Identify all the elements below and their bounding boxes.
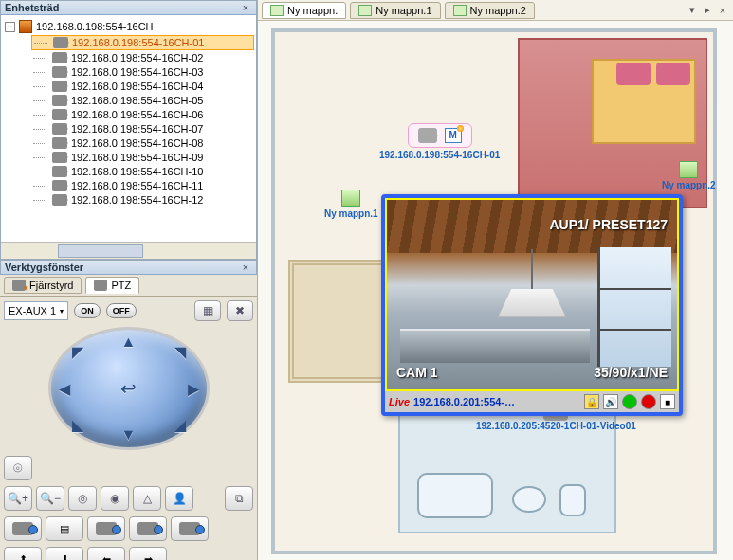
- camera-icon: [52, 66, 67, 78]
- map-link-node-2[interactable]: Ny mappn.2: [662, 161, 716, 190]
- video-lamp-shade: [498, 289, 566, 317]
- live-video-frame: AUP1/ PRESET127 CAM 1 35/90/x1/NE: [387, 200, 677, 389]
- preset-list-button[interactable]: ▤: [46, 516, 83, 541]
- camera-icon: [52, 52, 67, 63]
- nav-left-button[interactable]: ⬅: [87, 547, 125, 560]
- settings-cancel-button[interactable]: ✖: [227, 300, 253, 321]
- window-layout-button[interactable]: ▦: [194, 300, 221, 321]
- tree-item[interactable]: 192.168.0.198:554-16CH-03: [31, 65, 254, 79]
- tree-item[interactable]: 192.168.0.198:554-16CH-06: [31, 108, 254, 121]
- ptz-downleft-arrow-icon[interactable]: ◣: [72, 416, 83, 434]
- device-tree-close-icon[interactable]: ×: [239, 1, 252, 14]
- tree-item[interactable]: 192.168.0.198:554-16CH-04: [31, 80, 254, 93]
- live-preview-popup[interactable]: AUP1/ PRESET127 CAM 1 35/90/x1/NE Live 1…: [381, 194, 683, 416]
- ptz-joystick-dial[interactable]: ▲ ▼ ◀ ▶ ◤ ◥ ◣ ◢ ↩: [48, 327, 210, 450]
- iris-button[interactable]: △: [133, 486, 161, 511]
- tree-item-label: 192.168.0.198:554-16CH-04: [71, 81, 203, 92]
- tree-connector-icon: [33, 129, 46, 130]
- aux-on-button[interactable]: ON: [74, 303, 101, 318]
- tree-connector-icon: [33, 157, 46, 158]
- live-play-button[interactable]: [622, 394, 637, 409]
- doc-tab-0[interactable]: Ny mappn.: [262, 2, 346, 19]
- device-tree-body[interactable]: − 192.168.0.198:554-16CH 192.168.0.198:5…: [1, 15, 256, 242]
- tree-connector-icon: [33, 186, 46, 187]
- tree-horizontal-scrollbar[interactable]: [1, 242, 256, 259]
- ptz-downright-arrow-icon[interactable]: ◢: [174, 416, 186, 434]
- map-link-node-1[interactable]: Ny mappn.1: [324, 190, 378, 219]
- tab-remote[interactable]: Fjärrstyrd: [4, 277, 82, 294]
- camera-icon: [52, 109, 67, 120]
- video-counter: [400, 329, 590, 363]
- camera-map-node[interactable]: M 192.168.0.198:554-16CH-01: [379, 123, 500, 160]
- tool-window-title: Verktygsfönster: [5, 262, 239, 273]
- tab-pin-icon[interactable]: ▸: [701, 4, 714, 17]
- aux-off-button[interactable]: OFF: [106, 303, 137, 318]
- doc-tab-1-label: Ny mappn.1: [376, 5, 431, 16]
- osd-ptz-position-label: 35/90/x1/NE: [594, 365, 668, 380]
- map-icon: [358, 5, 372, 16]
- tree-root-node[interactable]: − 192.168.0.198:554-16CH: [3, 19, 254, 34]
- camera-icon: [52, 166, 67, 177]
- tab-dropdown-icon[interactable]: ▾: [686, 4, 699, 17]
- tree-item-label: 192.168.0.198:554-16CH-05: [71, 95, 203, 106]
- scrollbar-thumb[interactable]: [58, 244, 143, 258]
- camera-lens-icon: [179, 522, 200, 535]
- tree-connector-icon: [33, 143, 46, 144]
- preset-cam-2-button[interactable]: [87, 516, 125, 541]
- device-tree-title: Enhetsträd: [5, 2, 239, 13]
- autofocus-button[interactable]: ⦾: [4, 456, 32, 480]
- camera-icon: [52, 137, 67, 149]
- tree-item[interactable]: 192.168.0.198:554-16CH-08: [31, 136, 254, 150]
- doc-tab-1[interactable]: Ny mappn.1: [350, 2, 440, 19]
- camera-lens-icon: [12, 522, 33, 535]
- floorplan-canvas[interactable]: Ny mappn.1 Ny mappn.2 M 192.168.0.198:55…: [258, 21, 733, 560]
- camera-icon: [418, 128, 437, 143]
- live-stop-button[interactable]: ■: [660, 394, 675, 409]
- doc-tab-0-label: Ny mappn.: [287, 5, 338, 16]
- doc-tab-2[interactable]: Ny mappn.2: [445, 2, 535, 19]
- aux-select[interactable]: EX-AUX 1 ▾: [4, 301, 68, 320]
- ptz-left-arrow-icon[interactable]: ◀: [59, 380, 70, 398]
- camera-icon: [52, 123, 67, 135]
- tree-item[interactable]: 192.168.0.198:554-16CH-07: [31, 122, 254, 135]
- zoom-in-button[interactable]: 🔍+: [4, 486, 32, 511]
- ptz-right-arrow-icon[interactable]: ▶: [188, 380, 199, 398]
- tree-item-label: 192.168.0.198:554-16CH-01: [72, 37, 204, 48]
- tree-item[interactable]: 192.168.0.198:554-16CH-09: [31, 151, 254, 164]
- nav-down-button[interactable]: ⬇: [46, 547, 83, 560]
- ptz-down-arrow-icon[interactable]: ▼: [121, 426, 137, 443]
- tool-window-close-icon[interactable]: ×: [239, 261, 252, 274]
- tree-item[interactable]: 192.168.0.198:554-16CH-05: [31, 94, 254, 107]
- ptz-upright-arrow-icon[interactable]: ◥: [174, 343, 186, 361]
- document-tab-bar: Ny mappn. Ny mappn.1 Ny mappn.2 ▾ ▸ ×: [258, 0, 733, 21]
- ptz-center-icon[interactable]: ↩: [120, 377, 137, 400]
- tree-item[interactable]: 192.168.0.198:554-16CH-10: [31, 165, 254, 178]
- nav-up-button[interactable]: ⬆: [4, 547, 42, 560]
- preset-cam-3-button[interactable]: [129, 516, 167, 541]
- preset-cam-4-button[interactable]: [171, 516, 209, 541]
- tree-item[interactable]: 192.168.0.198:554-16CH-01: [31, 35, 254, 50]
- zoom-out-button[interactable]: 🔍−: [36, 486, 64, 511]
- tree-root-label: 192.168.0.198:554-16CH: [36, 21, 154, 32]
- tree-item[interactable]: 192.168.0.198:554-16CH-02: [31, 51, 254, 64]
- focus-far-button[interactable]: ◉: [101, 486, 129, 511]
- live-record-button[interactable]: [641, 394, 656, 409]
- tab-close-icon[interactable]: ×: [716, 4, 729, 17]
- tree-connector-icon: [33, 100, 46, 101]
- tree-connector-icon: [33, 200, 46, 201]
- device-tree-panel: − 192.168.0.198:554-16CH 192.168.0.198:5…: [0, 15, 257, 260]
- ptz-upleft-arrow-icon[interactable]: ◤: [72, 343, 83, 361]
- snapshot-button[interactable]: ⧉: [225, 486, 253, 511]
- osd-preset-label: AUP1/ PRESET127: [550, 217, 669, 232]
- tree-item[interactable]: 192.168.0.198:554-16CH-12: [31, 193, 254, 207]
- preset-cam-1-button[interactable]: [4, 516, 42, 541]
- person-detect-button[interactable]: 👤: [165, 486, 193, 511]
- focus-near-button[interactable]: ◎: [68, 486, 97, 511]
- tree-expander-icon[interactable]: −: [5, 22, 15, 32]
- tree-item[interactable]: 192.168.0.198:554-16CH-11: [31, 179, 254, 192]
- ptz-up-arrow-icon[interactable]: ▲: [121, 334, 137, 351]
- live-audio-button[interactable]: 🔊: [603, 394, 618, 409]
- nav-right-button[interactable]: ➡: [129, 547, 167, 560]
- tab-ptz[interactable]: PTZ: [85, 277, 139, 294]
- live-lock-button[interactable]: 🔒: [584, 394, 599, 409]
